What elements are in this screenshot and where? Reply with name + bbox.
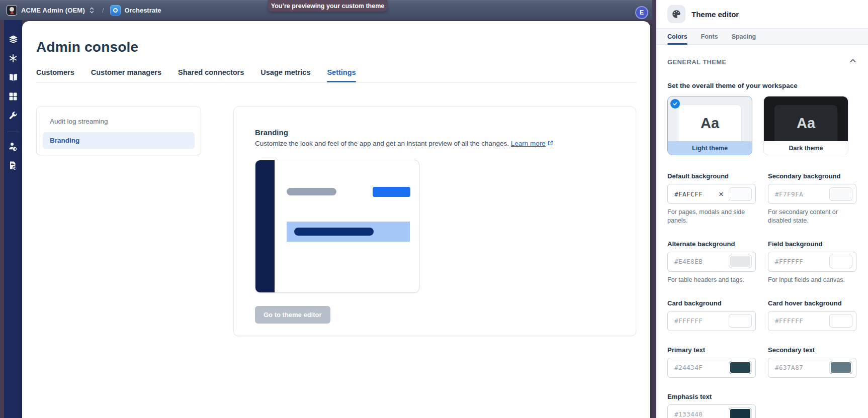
field-background-input[interactable]: #FFFFFF bbox=[768, 252, 856, 272]
asterisk-icon[interactable] bbox=[6, 51, 20, 65]
external-link-icon bbox=[547, 140, 554, 148]
admin-tabs: Customers Customer managers Shared conne… bbox=[36, 68, 636, 82]
acme-logo bbox=[7, 5, 17, 16]
field-secondary-text: Secondary text #637A87 bbox=[768, 346, 856, 378]
color-swatch[interactable] bbox=[829, 255, 852, 268]
theme-subtitle: Set the overall theme of your workspace bbox=[667, 82, 857, 89]
card-hover-background-input[interactable]: #FFFFFF bbox=[768, 311, 856, 331]
rail-divider bbox=[8, 132, 19, 132]
admin-console-page: Admin console Customers Customer manager… bbox=[22, 21, 650, 418]
light-theme-option[interactable]: Aa Light theme bbox=[667, 96, 752, 155]
user-gear-icon[interactable] bbox=[6, 139, 20, 153]
dark-theme-label: Dark theme bbox=[764, 141, 848, 155]
book-icon[interactable] bbox=[6, 70, 20, 84]
color-swatch[interactable] bbox=[829, 314, 852, 328]
settings-nav-branding[interactable]: Branding bbox=[43, 132, 195, 149]
tab-spacing[interactable]: Spacing bbox=[732, 29, 756, 44]
field-card-hover-background: Card hover background #FFFFFF bbox=[768, 299, 856, 331]
color-swatch[interactable] bbox=[729, 255, 752, 268]
preview-sidebar bbox=[255, 160, 275, 292]
default-background-input[interactable]: #FAFCFF × bbox=[667, 184, 756, 204]
general-theme-section-title: GENERAL THEME bbox=[667, 58, 727, 66]
theme-preview-toast: You’re previewing your custom theme bbox=[268, 0, 387, 12]
preview-banner-text bbox=[294, 228, 374, 236]
theme-editor-title: Theme editor bbox=[691, 10, 739, 19]
branding-card: Branding Customize the look and feel of … bbox=[233, 107, 636, 336]
light-theme-label: Light theme bbox=[668, 141, 752, 155]
color-swatch[interactable] bbox=[729, 361, 752, 374]
tab-customer-managers[interactable]: Customer managers bbox=[91, 68, 161, 82]
emphasis-text-input[interactable]: #133440 bbox=[667, 404, 756, 418]
settings-nav-audit-log[interactable]: Audit log streaming bbox=[43, 113, 195, 130]
preview-primary-button bbox=[373, 187, 410, 197]
color-swatch[interactable] bbox=[829, 187, 852, 201]
color-swatch[interactable] bbox=[829, 361, 852, 374]
theme-editor-panel: Theme editor Colors Fonts Spacing GENERA… bbox=[656, 0, 868, 418]
secondary-text-input[interactable]: #637A87 bbox=[768, 358, 856, 378]
go-to-theme-editor-button[interactable]: Go to theme editor bbox=[255, 306, 330, 324]
tab-usage-metrics[interactable]: Usage metrics bbox=[261, 68, 310, 82]
chevron-up-icon[interactable] bbox=[849, 57, 857, 67]
learn-more-link[interactable]: Learn more bbox=[511, 140, 546, 147]
theme-editor-tabs: Colors Fonts Spacing bbox=[656, 28, 868, 45]
color-swatch[interactable] bbox=[729, 407, 752, 418]
orchestrate-logo bbox=[110, 5, 121, 16]
left-nav-rail bbox=[4, 20, 22, 418]
color-swatch[interactable] bbox=[729, 187, 752, 201]
branding-heading: Branding bbox=[255, 128, 612, 137]
user-avatar[interactable]: E bbox=[635, 6, 648, 19]
field-emphasis-text: Emphasis text #133440 bbox=[667, 393, 756, 418]
field-default-background: Default background #FAFCFF × For pages, … bbox=[667, 172, 756, 225]
settings-nav-card: Audit log streaming Branding bbox=[36, 107, 201, 155]
dark-theme-option[interactable]: Aa Dark theme bbox=[763, 96, 848, 155]
clear-icon[interactable]: × bbox=[719, 190, 724, 198]
field-secondary-background: Secondary background #F7F9FA For seconda… bbox=[768, 172, 856, 225]
tab-customers[interactable]: Customers bbox=[36, 68, 74, 82]
field-alternate-background: Alternate background #E4E8EB For table h… bbox=[667, 240, 756, 284]
workspace-selector[interactable]: ACME Admin (OEM) bbox=[21, 7, 85, 14]
chevron-vertical-icon[interactable] bbox=[89, 7, 95, 14]
secondary-background-input[interactable]: #F7F9FA bbox=[768, 184, 856, 204]
tab-shared-connectors[interactable]: Shared connectors bbox=[178, 68, 244, 82]
preview-banner bbox=[287, 222, 410, 242]
layers-icon[interactable] bbox=[6, 32, 20, 46]
dark-theme-sample: Aa bbox=[774, 105, 837, 141]
primary-text-input[interactable]: #24434F bbox=[667, 358, 756, 378]
tab-colors[interactable]: Colors bbox=[667, 29, 687, 44]
theme-preview-mockup bbox=[255, 160, 419, 293]
card-background-input[interactable]: #FFFFFF bbox=[667, 311, 756, 331]
wrench-icon[interactable] bbox=[6, 109, 20, 123]
field-card-background: Card background #FFFFFF bbox=[667, 299, 756, 331]
field-primary-text: Primary text #24434F bbox=[667, 346, 756, 378]
tab-settings[interactable]: Settings bbox=[327, 68, 356, 82]
tab-fonts[interactable]: Fonts bbox=[701, 29, 718, 44]
breadcrumb-separator: / bbox=[102, 7, 104, 14]
branding-description: Customize the look and feel of the app a… bbox=[255, 140, 612, 148]
check-icon bbox=[670, 99, 680, 109]
page-title: Admin console bbox=[36, 39, 636, 55]
alternate-background-input[interactable]: #E4E8EB bbox=[667, 252, 756, 272]
palette-icon bbox=[667, 5, 685, 23]
color-fields-grid: Default background #FAFCFF × For pages, … bbox=[667, 172, 857, 418]
breadcrumb-app-name[interactable]: Orchestrate bbox=[125, 7, 161, 14]
grid-icon[interactable] bbox=[6, 89, 20, 103]
field-field-background: Field background #FFFFFF For input field… bbox=[768, 240, 856, 284]
light-theme-sample: Aa bbox=[678, 105, 741, 141]
preview-title-placeholder bbox=[287, 188, 336, 195]
document-gear-icon[interactable] bbox=[6, 158, 20, 172]
color-swatch[interactable] bbox=[729, 314, 752, 328]
